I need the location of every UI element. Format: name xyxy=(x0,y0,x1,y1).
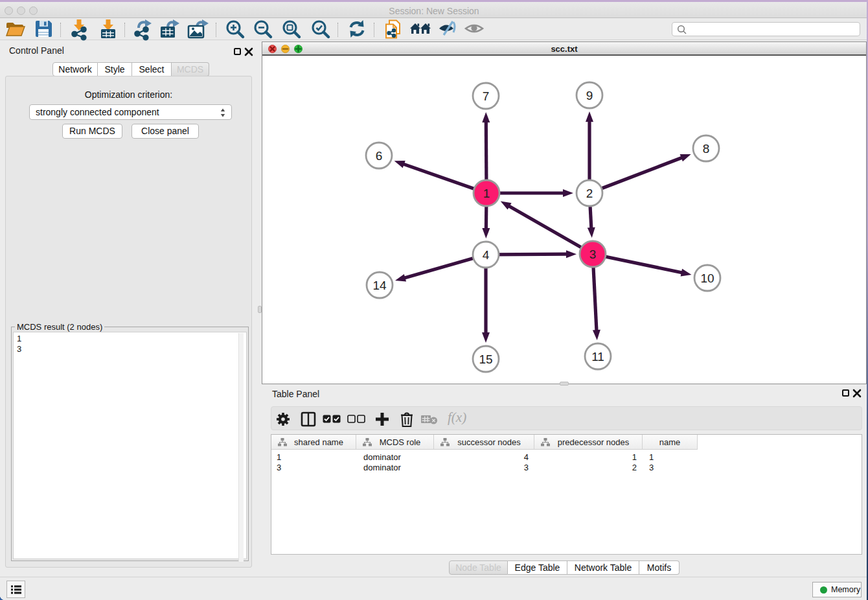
svg-text:11: 11 xyxy=(591,350,604,363)
svg-text:1: 1 xyxy=(483,187,490,200)
svg-text:15: 15 xyxy=(479,352,492,366)
svg-text:7: 7 xyxy=(483,89,490,103)
svg-text:3: 3 xyxy=(589,248,597,261)
svg-text:6: 6 xyxy=(376,149,383,163)
svg-text:2: 2 xyxy=(586,187,593,200)
svg-text:4: 4 xyxy=(483,248,490,262)
svg-text:9: 9 xyxy=(586,89,593,102)
svg-text:14: 14 xyxy=(372,279,387,292)
svg-text:8: 8 xyxy=(703,142,710,156)
svg-text:10: 10 xyxy=(700,271,714,285)
